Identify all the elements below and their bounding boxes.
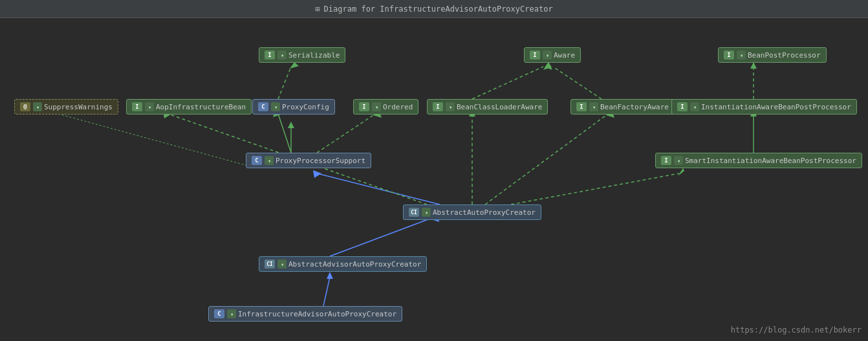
title-bar: ⊞ Diagram for InfrastructureAdvisorAutoP… (0, 0, 868, 18)
node-aware[interactable]: I ⬧ Aware (524, 47, 581, 63)
svg-marker-5 (543, 62, 552, 70)
svg-line-21 (485, 114, 608, 204)
interface-icon: I (265, 50, 275, 60)
node-ordered[interactable]: I ⬧ Ordered (353, 99, 418, 115)
node-bean-class-loader-aware[interactable]: I ⬧ BeanClassLoaderAware (427, 99, 548, 115)
title-bar-text: Diagram for InfrastructureAdvisorAutoPro… (324, 5, 553, 14)
svg-line-15 (317, 114, 375, 153)
interface-icon: I (433, 102, 443, 111)
node-aop-infrastructure-bean[interactable]: I ⬧ AopInfrastructureBean (126, 99, 252, 115)
node-proxy-processor-support[interactable]: C ⬧ ProxyProcessorSupport (246, 153, 371, 168)
node-serializable[interactable]: I ⬧ Serializable (259, 47, 345, 63)
node-bean-factory-aware[interactable]: I ⬧ BeanFactoryAware (570, 99, 675, 115)
interface-icon: I (132, 102, 142, 111)
class-icon: C (214, 309, 224, 318)
node-bean-post-processor[interactable]: I ⬧ BeanPostProcessor (718, 47, 827, 63)
diagram-area: I ⬧ Serializable I ⬧ Aware I ⬧ BeanPostP… (0, 18, 868, 341)
svg-line-4 (472, 67, 543, 99)
svg-line-17 (317, 173, 440, 204)
interface-icon: I (359, 102, 369, 111)
svg-line-28 (330, 217, 433, 256)
svg-marker-1 (288, 122, 294, 128)
annotation-icon: @ (20, 102, 30, 111)
node-smart-instantiation-aware-bean-post-processor[interactable]: I ⬧ SmartInstantiationAwareBeanPostProce… (655, 153, 862, 168)
arrows-svg (0, 18, 868, 341)
svg-marker-31 (327, 272, 333, 279)
node-proxy-config[interactable]: C ⬧ ProxyConfig (252, 99, 335, 115)
class-icon: C (252, 156, 262, 165)
node-suppress-warnings[interactable]: @ ⬧ SuppressWarnings (14, 99, 118, 115)
svg-line-2 (278, 67, 291, 99)
svg-line-30 (323, 277, 330, 306)
interface-icon: I (530, 50, 540, 60)
interface-icon: I (661, 156, 671, 165)
diagram-icon: ⊞ (315, 5, 320, 14)
node-abstract-auto-proxy-creator[interactable]: CI ⬧ AbstractAutoProxyCreator (403, 204, 541, 220)
svg-marker-3 (290, 62, 299, 69)
node-abstract-advisor-auto-proxy-creator[interactable]: CI ⬧ AbstractAdvisorAutoProxyCreator (259, 256, 427, 272)
svg-line-6 (553, 67, 602, 99)
watermark: https://blog.csdn.net/bokerr (731, 325, 862, 335)
svg-marker-18 (313, 170, 321, 178)
svg-line-13 (278, 114, 291, 153)
abstract-class-icon: CI (265, 259, 275, 269)
node-infrastructure-advisor-auto-proxy-creator[interactable]: C ⬧ InfrastructureAdvisorAutoProxyCreato… (208, 306, 402, 322)
svg-line-23 (511, 173, 679, 204)
svg-marker-7 (545, 62, 552, 70)
node-instantiation-aware-bean-post-processor[interactable]: I ⬧ InstantiationAwareBeanPostProcessor (671, 99, 857, 115)
svg-line-27 (58, 114, 252, 167)
class-icon: C (258, 102, 268, 111)
interface-icon: I (576, 102, 587, 111)
abstract-class-icon: CI (409, 208, 419, 217)
svg-marker-24 (678, 168, 684, 176)
interface-icon: I (677, 102, 688, 111)
interface-icon: I (724, 50, 734, 60)
svg-marker-9 (750, 62, 757, 69)
